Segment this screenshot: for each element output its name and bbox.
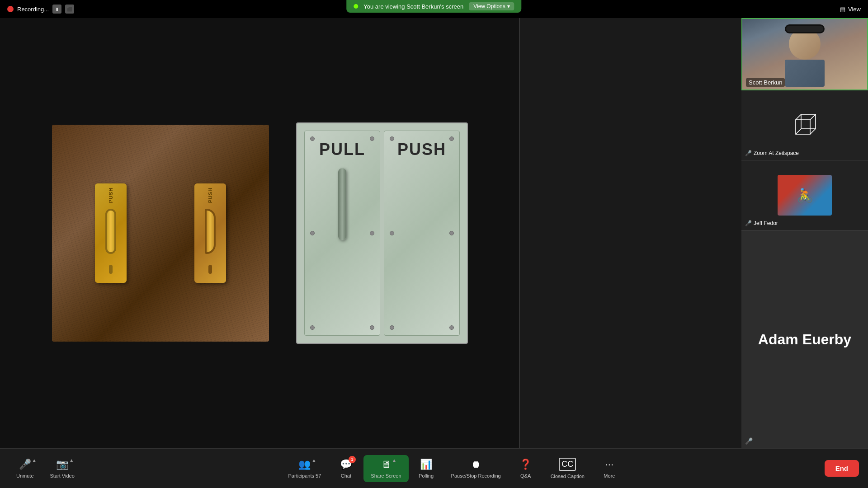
video-icon: 📷 ▲ xyxy=(56,459,68,470)
scott-name-label: Scott Berkun xyxy=(746,78,785,87)
jeff-mic-icon: 🎤 xyxy=(745,220,752,226)
push-screw-tr xyxy=(449,136,454,141)
chat-badge: 1 xyxy=(349,456,356,463)
end-button[interactable]: End xyxy=(825,460,859,477)
microphone-icon: 🎤 ▲ xyxy=(19,459,31,470)
jeff-name-label: 🎤 Jeff Fedor xyxy=(745,220,778,226)
push-label-left: PUSH xyxy=(108,188,113,203)
jeff-thumbnail: 🚴 xyxy=(778,175,832,216)
right-toolbar-group: End xyxy=(825,460,859,477)
share-chevron-icon: ▲ xyxy=(392,458,396,463)
qanda-label: Q&A xyxy=(520,473,531,479)
left-slide-image: PUSH PUSH xyxy=(52,125,269,342)
zeitspace-name-label: 🎤 Zoom At Zeitspace xyxy=(745,150,799,156)
handle-grip-left xyxy=(105,209,116,254)
svg-line-2 xyxy=(796,114,801,120)
viewing-text: You are viewing Scott Berkun's screen xyxy=(363,3,463,10)
zeitspace-cube-icon xyxy=(787,107,823,143)
push-screw-bl xyxy=(390,325,394,330)
stop-recording-btn[interactable]: ⬛ xyxy=(65,5,74,14)
chat-button[interactable]: 💬 1 Chat xyxy=(330,455,362,482)
recording-dot xyxy=(7,6,14,12)
bottom-toolbar: 🎤 ▲ Unmute 📷 ▲ Start Video 👥 ▲ Participa… xyxy=(0,448,868,488)
adam-name-display: Adam Euerby xyxy=(758,331,851,348)
pause-stop-label: Pause/Stop Recording xyxy=(451,473,501,479)
chat-icon: 💬 1 xyxy=(340,459,352,470)
more-label: More xyxy=(604,473,615,479)
screw-bot-left xyxy=(310,325,315,330)
polling-label: Polling xyxy=(419,473,434,479)
push-screw-ml xyxy=(390,231,394,235)
pull-label: PULL xyxy=(319,140,365,159)
jeff-panel: 🚴 🎤 Jeff Fedor xyxy=(741,160,868,230)
svg-line-3 xyxy=(810,114,816,120)
closed-caption-label: Closed Caption xyxy=(551,474,585,479)
chat-label: Chat xyxy=(341,473,351,479)
polling-icon: 📊 xyxy=(420,459,432,470)
chevron-down-icon: ▾ xyxy=(507,3,510,9)
zeitspace-panel: 🎤 Zoom At Zeitspace xyxy=(741,90,868,160)
closed-caption-button[interactable]: CC Closed Caption xyxy=(543,454,592,483)
push-panel: PUSH xyxy=(384,131,460,336)
zeitspace-mic-icon: 🎤 xyxy=(745,150,752,156)
recording-badge: Recording... ⏸ ⬛ xyxy=(7,5,74,14)
qanda-button[interactable]: ❓ Q&A xyxy=(510,455,542,482)
right-sidebar: Scott Berkun 🎤 Zoom At Zeitspace 🚴 🎤 Jef… xyxy=(741,18,868,448)
left-handle-plate: PUSH xyxy=(95,183,127,283)
more-button[interactable]: ··· More xyxy=(594,455,625,482)
screw-mid-right xyxy=(370,231,374,235)
share-screen-button[interactable]: 🖥 ▲ Share Screen xyxy=(363,455,408,482)
handle-grip-right xyxy=(205,209,216,254)
screw-top-left xyxy=(310,136,315,141)
recording-icon: ⏺ xyxy=(471,459,481,470)
participants-label: Participants 57 xyxy=(288,473,321,479)
push-screw-br xyxy=(449,325,454,330)
start-video-button[interactable]: 📷 ▲ Start Video xyxy=(43,455,82,482)
pull-panel: PULL xyxy=(304,131,380,336)
view-button[interactable]: ▤ View xyxy=(840,6,861,13)
chevron-icon: ▲ xyxy=(32,458,37,463)
viewing-dot xyxy=(354,4,358,9)
share-screen-label: Share Screen xyxy=(371,473,401,479)
adam-panel: Adam Euerby 🎤 xyxy=(741,230,868,448)
screw-mid-left xyxy=(310,231,315,235)
push-label: PUSH xyxy=(397,140,446,159)
divider xyxy=(519,18,520,448)
view-options-label: View Options xyxy=(473,3,505,9)
scott-panel: Scott Berkun xyxy=(741,18,868,90)
right-slide-image: PULL PUSH xyxy=(296,122,468,344)
start-video-label: Start Video xyxy=(50,473,75,479)
participants-chevron: ▲ xyxy=(312,458,316,463)
main-content: PUSH PUSH PULL xyxy=(0,18,520,448)
recording-label: Recording... xyxy=(17,6,49,13)
screw-bot-right xyxy=(370,325,374,330)
unmute-label: Unmute xyxy=(16,473,34,479)
qanda-icon: ❓ xyxy=(519,459,532,470)
push-screw-tl xyxy=(390,136,394,141)
view-options-button[interactable]: View Options ▾ xyxy=(469,2,514,10)
pause-stop-recording-button[interactable]: ⏺ Pause/Stop Recording xyxy=(444,455,508,482)
right-door-handle: PUSH xyxy=(194,183,226,283)
svg-line-4 xyxy=(796,129,801,134)
polling-button[interactable]: 📊 Polling xyxy=(410,455,442,482)
participant-count: 57 xyxy=(316,473,321,479)
recording-controls[interactable]: ⏸ ⬛ xyxy=(52,5,74,14)
unmute-button[interactable]: 🎤 ▲ Unmute xyxy=(9,455,41,482)
more-icon: ··· xyxy=(605,459,613,470)
pull-handle xyxy=(338,168,346,240)
pause-recording-btn[interactable]: ⏸ xyxy=(52,5,61,14)
left-toolbar-group: 🎤 ▲ Unmute 📷 ▲ Start Video xyxy=(9,455,82,482)
push-screw-mr xyxy=(449,231,454,235)
right-handle-plate: PUSH xyxy=(194,183,226,283)
viewing-banner: You are viewing Scott Berkun's screen Vi… xyxy=(346,0,521,13)
screw-top-right xyxy=(370,136,374,141)
view-label: View xyxy=(848,6,861,13)
video-chevron-icon: ▲ xyxy=(69,458,74,463)
adam-mic-icon: 🎤 xyxy=(745,437,753,445)
svg-line-5 xyxy=(810,129,816,134)
center-toolbar-group: 👥 ▲ Participants 57 💬 1 Chat 🖥 ▲ Share S… xyxy=(281,454,625,483)
left-door-handle: PUSH xyxy=(95,183,127,283)
participants-button[interactable]: 👥 ▲ Participants 57 xyxy=(281,455,329,482)
push-label-right: PUSH xyxy=(208,188,213,203)
closed-caption-icon: CC xyxy=(559,458,576,471)
